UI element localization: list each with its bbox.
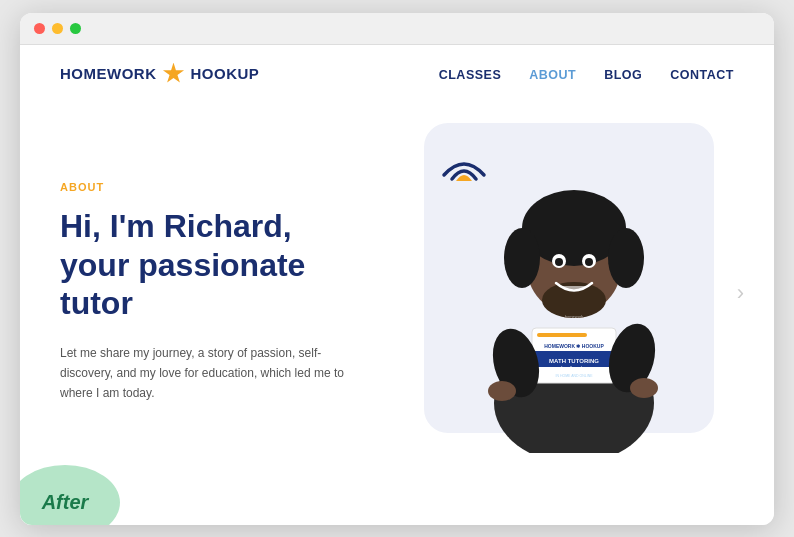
nav-link-about[interactable]: ABOUT	[529, 68, 576, 82]
svg-point-16	[608, 228, 644, 288]
nav-item-blog[interactable]: BLOG	[604, 65, 642, 83]
browser-window: HOMEWORK HOOKUP CLASSES ABOUT BLOG CONTA…	[20, 13, 774, 525]
svg-text:for all grades: for all grades	[561, 366, 588, 371]
svg-text:IN HOME AND ONLINE: IN HOME AND ONLINE	[555, 374, 593, 378]
page-content: HOMEWORK HOOKUP CLASSES ABOUT BLOG CONTA…	[20, 45, 774, 525]
svg-text:HOMEWORK ✱ HOOKUP: HOMEWORK ✱ HOOKUP	[544, 343, 604, 349]
logo-text-1: HOMEWORK	[60, 65, 157, 82]
close-button[interactable]	[34, 23, 45, 34]
hero-section: ABOUT Hi, I'm Richard, your passionate t…	[20, 103, 774, 483]
svg-point-10	[488, 381, 516, 401]
nav-item-about[interactable]: ABOUT	[529, 65, 576, 83]
after-label: After	[42, 491, 89, 514]
browser-chrome	[20, 13, 774, 45]
navigation: HOMEWORK HOOKUP CLASSES ABOUT BLOG CONTA…	[20, 45, 774, 103]
hero-description: Let me share my journey, a story of pass…	[60, 343, 350, 404]
nav-links: CLASSES ABOUT BLOG CONTACT	[439, 65, 734, 83]
nav-item-classes[interactable]: CLASSES	[439, 65, 502, 83]
nav-link-contact[interactable]: CONTACT	[670, 68, 734, 82]
nav-item-contact[interactable]: CONTACT	[670, 65, 734, 83]
logo-text-2: HOOKUP	[191, 65, 260, 82]
svg-text:homework: homework	[565, 314, 583, 319]
minimize-button[interactable]	[52, 23, 63, 34]
svg-point-20	[555, 258, 563, 266]
signal-decoration	[434, 143, 484, 173]
svg-text:MATH TUTORING: MATH TUTORING	[549, 358, 599, 364]
hero-right: HOMEWORK ✱ HOOKUP MATH TUTORING for all …	[414, 133, 734, 453]
about-label: ABOUT	[60, 181, 394, 193]
svg-point-21	[585, 258, 593, 266]
svg-point-11	[630, 378, 658, 398]
nav-link-classes[interactable]: CLASSES	[439, 68, 502, 82]
maximize-button[interactable]	[70, 23, 81, 34]
logo[interactable]: HOMEWORK HOOKUP	[60, 63, 259, 85]
svg-rect-3	[537, 333, 587, 337]
logo-star-icon	[163, 63, 185, 85]
nav-link-blog[interactable]: BLOG	[604, 68, 642, 82]
hero-title: Hi, I'm Richard, your passionate tutor	[60, 207, 360, 322]
svg-point-15	[504, 228, 540, 288]
next-arrow[interactable]: ›	[737, 280, 744, 306]
hero-left: ABOUT Hi, I'm Richard, your passionate t…	[60, 181, 414, 403]
